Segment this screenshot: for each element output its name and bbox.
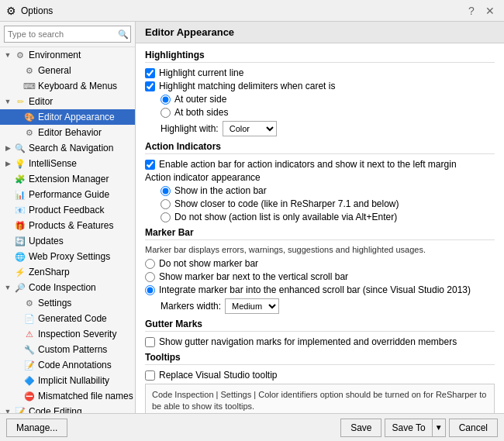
manage-button[interactable]: Manage...	[6, 419, 67, 437]
section-action-indicators: Action Indicators	[145, 141, 495, 154]
option-both-sides: At both sides	[145, 107, 495, 118]
expand-arrow-behavior	[12, 128, 22, 137]
checkbox-gutter-nav[interactable]	[145, 337, 155, 347]
tree-item-ext-manager[interactable]: 🧩 Extension Manager	[0, 171, 135, 187]
help-button[interactable]: ?	[464, 3, 479, 19]
tree-item-intellisense[interactable]: ▶ 💡 IntelliSense	[0, 156, 135, 171]
radio-do-not-show[interactable]	[161, 212, 171, 222]
tree-item-search-nav[interactable]: ▶ 🔍 Search & Navigation	[0, 140, 135, 156]
window-icon: ⚙	[6, 5, 16, 17]
save-to-container: Save To ▼	[385, 419, 445, 437]
checkbox-highlight-current-line[interactable]	[145, 68, 155, 78]
radio-show-closer[interactable]	[161, 199, 171, 209]
expand-arrow-ext	[3, 174, 12, 184]
tree-item-perf-guide[interactable]: 📊 Performance Guide	[0, 187, 135, 202]
expand-arrow-generated-code	[12, 314, 22, 323]
markers-width-row: Markers width: Small Medium Large	[161, 298, 495, 314]
expand-arrow-proxy	[3, 252, 12, 261]
radio-marker-scroll[interactable]	[145, 272, 155, 282]
tree-item-generated-code[interactable]: 📄 Generated Code	[0, 311, 135, 326]
search-input[interactable]	[4, 26, 131, 43]
option-highlight-matching: Highlight matching delimiters when caret…	[145, 81, 495, 91]
zensharp-icon: ⚡	[14, 266, 26, 278]
label-action-appearance: Action indicator appearance	[145, 172, 261, 183]
expand-arrow-code-inspection: ▼	[3, 283, 12, 292]
radio-show-in-action-bar[interactable]	[161, 186, 171, 196]
expand-arrow-nullable	[12, 376, 22, 385]
tooltips-info-box: Code Inspection | Settings | Color ident…	[145, 384, 495, 413]
label-show-in-action-bar: Show in the action bar	[174, 185, 267, 196]
highlight-with-row: Highlight with: Color Box None	[161, 121, 495, 136]
section-highlightings: Highlightings	[145, 50, 495, 63]
tree-item-code-inspection[interactable]: ▼ 🔎 Code Inspection	[0, 280, 135, 295]
search-nav-icon: 🔍	[14, 142, 26, 154]
markers-width-dropdown[interactable]: Small Medium Large	[225, 298, 279, 314]
markers-width-label: Markers width:	[161, 301, 221, 312]
expand-arrow-zensharp	[3, 267, 12, 277]
editor-icon: ✏	[14, 95, 26, 108]
title-bar: ⚙ Options ? ✕	[0, 0, 504, 22]
proxy-icon: 🌐	[14, 250, 26, 263]
behavior-icon: ⚙	[23, 126, 36, 139]
checkbox-highlight-matching[interactable]	[145, 81, 155, 91]
cancel-button[interactable]: Cancel	[449, 419, 498, 437]
save-to-button[interactable]: Save To	[385, 419, 431, 437]
tree-item-feedback[interactable]: 📧 Product Feedback	[0, 202, 135, 218]
checkbox-enable-action-bar[interactable]	[145, 160, 155, 170]
option-highlight-current-line: Highlight current line	[145, 67, 495, 78]
highlight-with-dropdown[interactable]: Color Box None	[223, 121, 277, 136]
tree-item-proxy[interactable]: 🌐 Web Proxy Settings	[0, 249, 135, 264]
label-gutter-nav: Show gutter navigation marks for impleme…	[159, 336, 457, 347]
expand-arrow-feedback	[3, 205, 12, 215]
radio-no-marker-bar[interactable]	[145, 259, 155, 269]
expand-arrow-custom	[12, 345, 22, 354]
tree-item-editor-appearance[interactable]: 🎨 Editor Appearance	[0, 109, 135, 125]
custom-icon: 🔧	[23, 343, 36, 356]
general-icon: ⚙	[23, 64, 36, 77]
save-to-arrow-button[interactable]: ▼	[432, 419, 446, 437]
expand-arrow-search-nav: ▶	[3, 143, 12, 153]
close-button[interactable]: ✕	[482, 3, 498, 19]
tree-item-settings[interactable]: ⚙ Settings	[0, 295, 135, 311]
nullable-icon: 🔷	[23, 374, 36, 387]
highlight-with-label: Highlight with:	[161, 123, 219, 134]
radio-at-both-sides[interactable]	[161, 108, 171, 118]
checkbox-replace-vs-tooltip[interactable]	[145, 370, 155, 381]
expand-arrow-mismatched	[12, 391, 22, 401]
label-highlight-matching: Highlight matching delimiters when caret…	[159, 81, 335, 91]
tree-item-inspection-severity[interactable]: ⚠ Inspection Severity	[0, 326, 135, 342]
title-bar-controls: ? ✕	[464, 3, 498, 19]
expand-arrow-environment: ▼	[3, 50, 12, 60]
expand-arrow-settings	[12, 298, 22, 308]
option-gutter-nav: Show gutter navigation marks for impleme…	[145, 336, 495, 347]
tree-item-updates[interactable]: 🔄 Updates	[0, 233, 135, 249]
label-highlight-current-line: Highlight current line	[159, 67, 243, 78]
tree-item-general[interactable]: ⚙ General	[0, 63, 135, 78]
tree-item-code-editing[interactable]: ▼ 📝 Code Editing	[0, 404, 135, 413]
tree-item-mismatched[interactable]: ⛔ Mismatched file names	[0, 388, 135, 404]
search-icon-button[interactable]: 🔍	[118, 29, 129, 40]
appearance-icon: 🎨	[23, 111, 36, 123]
radio-at-outer-side[interactable]	[161, 95, 171, 105]
tree-item-custom-patterns[interactable]: 🔧 Custom Patterns	[0, 342, 135, 357]
tree-item-zensharp[interactable]: ⚡ ZenSharp	[0, 264, 135, 280]
tree-item-keyboard[interactable]: ⌨ Keyboard & Menus	[0, 78, 135, 94]
keyboard-icon: ⌨	[23, 80, 36, 92]
tree-item-environment[interactable]: ▼ ⚙ Environment	[0, 47, 135, 63]
label-do-not-show: Do not show (action list is only availab…	[174, 212, 397, 222]
save-button[interactable]: Save	[340, 419, 381, 437]
tree-item-editor[interactable]: ▼ ✏ Editor	[0, 94, 135, 109]
tree-item-annotations[interactable]: 📝 Code Annotations	[0, 357, 135, 373]
bottom-right: Save Save To ▼ Cancel	[340, 419, 498, 437]
tree-item-products[interactable]: 🎁 Products & Features	[0, 218, 135, 233]
action-indicator-appearance-label: Action indicator appearance	[145, 172, 495, 183]
window-title: Options	[21, 5, 53, 16]
tree-item-nullable[interactable]: 🔷 Implicit Nullability	[0, 373, 135, 388]
radio-marker-enhanced[interactable]	[145, 285, 155, 295]
marker-bar-description: Marker bar displays errors, warnings, su…	[145, 245, 495, 254]
expand-arrow-general	[12, 66, 22, 75]
expand-arrow-intellisense: ▶	[3, 159, 12, 168]
tree-item-editor-behavior[interactable]: ⚙ Editor Behavior	[0, 125, 135, 140]
option-show-closer: Show closer to code (like in ReSharper 7…	[145, 198, 495, 209]
option-replace-vs-tooltip: Replace Visual Studio tooltip	[145, 370, 495, 381]
